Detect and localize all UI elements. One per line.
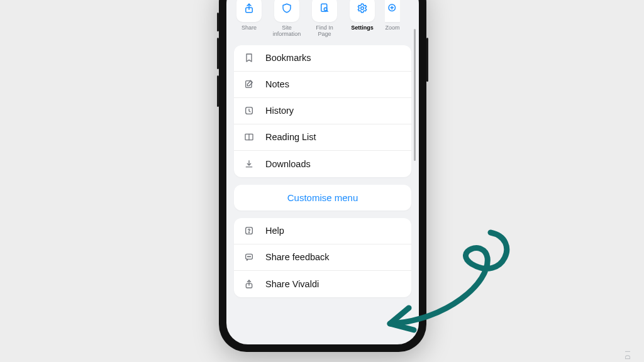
secondary-menu-card: Help Share feedback Share Vivaldi xyxy=(234,218,411,297)
menu-item-help[interactable]: Help xyxy=(234,218,411,244)
shield-icon xyxy=(281,3,292,16)
menu-item-share-feedback[interactable]: Share feedback xyxy=(234,244,411,271)
menu-item-label: Notes xyxy=(265,79,289,89)
menu-item-history[interactable]: History xyxy=(234,98,411,124)
gear-icon xyxy=(357,3,368,16)
primary-menu-card: Bookmarks Notes History Reading List xyxy=(234,45,411,177)
history-icon xyxy=(243,106,255,116)
action-label: Zoom xyxy=(385,25,399,31)
action-share[interactable]: Share xyxy=(234,0,264,38)
scroll-indicator xyxy=(414,29,416,161)
action-label: Find In Page xyxy=(309,25,340,38)
phone-side-button xyxy=(426,38,428,82)
action-label: Share xyxy=(242,25,257,31)
menu-item-downloads[interactable]: Downloads xyxy=(234,151,411,177)
menu-item-notes[interactable]: Notes xyxy=(234,72,411,98)
menu-item-label: History xyxy=(265,106,294,116)
action-site-information[interactable]: Site information xyxy=(272,0,302,38)
menu-item-label: Help xyxy=(265,226,284,236)
svg-point-9 xyxy=(249,233,250,233)
phone-device-frame: Share Site information Find In Page Sett… xyxy=(219,0,426,352)
reading-list-icon xyxy=(243,132,255,142)
menu-item-label: Share feedback xyxy=(265,252,330,262)
phone-side-button xyxy=(217,38,219,69)
phone-side-button xyxy=(217,13,219,31)
menu-item-label: Share Vivaldi xyxy=(265,279,319,289)
help-icon xyxy=(243,226,255,236)
menu-item-label: Reading List xyxy=(265,132,316,142)
svg-point-3 xyxy=(361,7,364,10)
vivaldi-watermark: VIVALDI xyxy=(624,348,631,362)
menu-item-share-vivaldi[interactable]: Share Vivaldi xyxy=(234,271,411,297)
action-find-in-page[interactable]: Find In Page xyxy=(309,0,340,38)
customise-menu-button[interactable]: Customise menu xyxy=(234,185,411,211)
svg-point-13 xyxy=(250,256,251,257)
menu-item-label: Bookmarks xyxy=(265,53,311,63)
bookmark-icon xyxy=(243,53,255,63)
share-icon xyxy=(243,279,255,289)
note-icon xyxy=(243,79,255,89)
find-in-page-icon xyxy=(319,3,330,16)
zoom-icon xyxy=(387,3,398,16)
action-settings[interactable]: Settings xyxy=(347,0,377,38)
action-zoom[interactable]: Zoom xyxy=(385,0,400,38)
menu-item-bookmarks[interactable]: Bookmarks xyxy=(234,45,411,72)
menu-item-label: Downloads xyxy=(265,159,311,169)
customise-menu-card: Customise menu xyxy=(234,185,411,211)
svg-point-11 xyxy=(248,256,248,257)
svg-point-12 xyxy=(249,256,250,257)
menu-item-reading-list[interactable]: Reading List xyxy=(234,124,411,151)
share-icon xyxy=(243,3,255,16)
phone-screen: Share Site information Find In Page Sett… xyxy=(226,0,419,344)
download-icon xyxy=(243,159,255,169)
quick-actions-row: Share Site information Find In Page Sett… xyxy=(226,0,419,45)
action-label: Site information xyxy=(272,25,302,38)
phone-side-button xyxy=(217,75,219,107)
watermark-text: VIVALDI xyxy=(625,348,631,362)
feedback-icon xyxy=(243,252,255,262)
action-label: Settings xyxy=(351,25,374,31)
